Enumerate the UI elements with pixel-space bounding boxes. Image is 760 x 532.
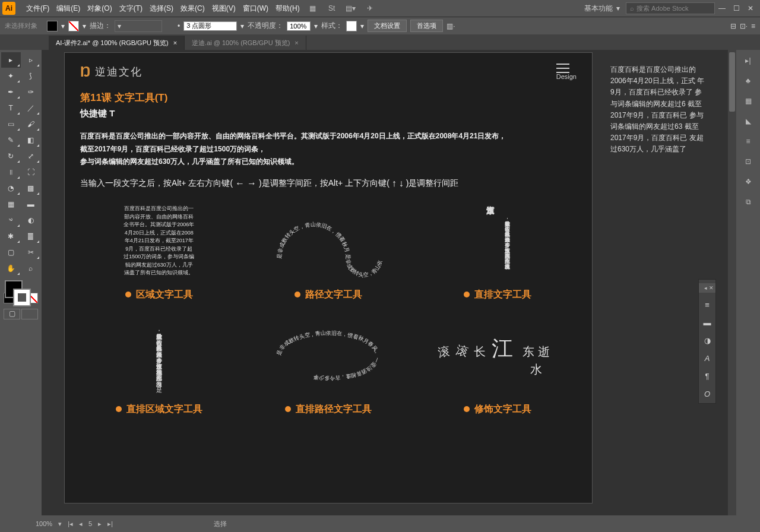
fill-swatch[interactable] <box>47 21 58 31</box>
shaper-tool[interactable]: ✎ <box>1 132 21 148</box>
shape-builder-tool[interactable]: ◔ <box>1 180 21 196</box>
panel-collapse-icon[interactable]: ◂ ✕ <box>699 283 715 293</box>
tab-close-2[interactable]: × <box>294 39 298 46</box>
nav-next-icon[interactable]: ▸ <box>98 520 102 528</box>
stroke-color[interactable] <box>13 289 31 306</box>
transform-icon[interactable]: ⊟ <box>730 22 736 30</box>
stroke-panel-icon[interactable]: ≡ <box>741 134 755 148</box>
hand-tool[interactable]: ✋ <box>1 261 21 276</box>
preferences-button[interactable]: 首选项 <box>410 20 443 32</box>
st-icon[interactable]: St <box>326 2 338 14</box>
screen-mode-row[interactable]: ▢ <box>1 309 40 319</box>
pen-tool[interactable]: ✒ <box>1 84 21 100</box>
opacity-input[interactable] <box>287 21 311 31</box>
window-close[interactable]: ✕ <box>743 2 758 14</box>
overflow-text: 百度百科是百度公司推出的 2006年4月20日上线，正式 年9月，百度百科已经收… <box>610 64 705 156</box>
swatches-icon[interactable]: ◣ <box>741 114 755 128</box>
align-icon[interactable]: ▥· <box>446 22 455 30</box>
curvature-tool[interactable]: ✑ <box>21 84 41 100</box>
symbol-tool[interactable]: ✱ <box>1 229 21 244</box>
mesh-tool[interactable]: ▦ <box>1 197 21 212</box>
page-number[interactable]: 5 <box>88 520 92 527</box>
tabs-icon[interactable]: ¶ <box>701 370 713 382</box>
brushes-icon[interactable]: ⊡ <box>741 154 755 169</box>
line-tool[interactable]: ／ <box>21 100 41 116</box>
width-tool[interactable]: ⫴ <box>1 164 21 180</box>
nav-first-icon[interactable]: |◂ <box>68 520 73 528</box>
eraser-tool[interactable]: ◧ <box>21 132 41 148</box>
menu-file[interactable]: 文件(F) <box>23 4 53 14</box>
menu-help[interactable]: 帮助(H) <box>272 4 303 14</box>
titlebar: Ai 文件(F) 编辑(E) 对象(O) 文字(T) 选择(S) 效果(C) 视… <box>0 0 760 17</box>
canvas[interactable]: Ŋ 逆迪文化 Design 第11课 文字工具(T) 快捷键 T 百度百科是百度… <box>42 50 736 515</box>
scale-tool[interactable]: ⤢ <box>21 148 41 164</box>
isolate-icon[interactable]: ⊡· <box>740 22 748 30</box>
zoom-tool[interactable]: ⌕ <box>21 261 41 276</box>
toolbox: ▸ ▹ ✦ ⟆ ✒ ✑ T ／ ▭ 🖌 ✎ ◧ ↻ ⤢ ⫴ ⛶ ◔ ▩ ▦ ▬ … <box>0 50 42 515</box>
workspace-switcher[interactable]: 基本功能▾ <box>578 4 626 14</box>
magic-wand-tool[interactable]: ✦ <box>1 68 21 84</box>
eyedropper-tool[interactable]: ༄ <box>1 213 21 228</box>
color-icon[interactable]: ▦ <box>741 94 755 108</box>
menu-edit[interactable]: 编辑(E) <box>53 4 84 14</box>
libraries-icon[interactable]: ♣ <box>741 74 755 88</box>
artboard-tool[interactable]: ▢ <box>1 245 21 260</box>
artboard: Ŋ 逆迪文化 Design 第11课 文字工具(T) 快捷键 T 百度百科是百度… <box>64 52 593 504</box>
opacity-label: 不透明度： <box>248 21 283 31</box>
menu-type[interactable]: 文字(T) <box>116 4 146 14</box>
panel-menu-icon[interactable]: ≡ <box>751 22 755 30</box>
svg-text:是非成败转头空，青山依旧在，惯看秋月 是非成败转头空，青山依: 是非成败转头空，青山依旧在，惯看秋月 是非成败转头空，青山依旧在 <box>269 200 383 278</box>
tab-close-1[interactable]: × <box>173 39 177 46</box>
nav-prev-icon[interactable]: ◂ <box>79 520 83 528</box>
br-icon[interactable]: ▦ <box>307 2 319 14</box>
floating-panel[interactable]: ◂ ✕ ≡ ▬ ◑ A ¶ O <box>698 279 716 404</box>
artboards-icon[interactable]: ⧉ <box>741 195 755 209</box>
menu-view[interactable]: 视图(V) <box>208 4 239 14</box>
vertical-scrollbar[interactable] <box>728 50 736 515</box>
hint-row: 当输入一段文字之后，按Alt+ 左右方向键( ← → )是调整字间距，按Alt+… <box>65 172 592 195</box>
color-wells[interactable] <box>1 279 40 308</box>
brush-tool[interactable]: 🖌 <box>21 116 41 132</box>
menu-object[interactable]: 对象(O) <box>84 4 115 14</box>
brush-preset[interactable] <box>183 21 237 31</box>
search-input[interactable]: ⌕ 搜索 Adobe Stock <box>626 2 715 14</box>
direct-selection-tool[interactable]: ▹ <box>21 52 41 68</box>
menu-window[interactable]: 窗口(W) <box>239 4 272 14</box>
opentype-icon[interactable]: ◑ <box>701 334 713 346</box>
arrange-icon[interactable]: ▤▾ <box>345 2 357 14</box>
nav-last-icon[interactable]: ▸| <box>107 520 113 528</box>
menu-select[interactable]: 选择(S) <box>146 4 177 14</box>
zoom-level[interactable]: 100% <box>36 520 52 527</box>
svg-text:是非成败转头空，青山依旧在，惯看秋月春风。一壶浊酒喜相逢，古: 是非成败转头空，青山依旧在，惯看秋月春风。一壶浊酒喜相逢，古今多少事 <box>276 330 381 381</box>
rotate-tool[interactable]: ↻ <box>1 148 21 164</box>
menu-effect[interactable]: 效果(C) <box>177 4 208 14</box>
graph-tool[interactable]: ䷀ <box>21 229 41 244</box>
gradient-tool[interactable]: ▬ <box>21 197 41 212</box>
type-tool[interactable]: T <box>1 100 21 116</box>
paragraph-icon[interactable]: ≡ <box>701 299 713 311</box>
vertical-area-sample: 是非成败转头空，青山依旧在，惯看秋月春风。一壶浊酒喜相逢，古今多少事，滚滚长江东… <box>100 314 218 397</box>
perspective-tool[interactable]: ▩ <box>21 180 41 196</box>
layers-icon[interactable]: ❖ <box>741 175 755 189</box>
styles-icon[interactable]: O <box>701 388 713 400</box>
tab-1[interactable]: AI-课件2.ai* @ 100% (RGB/GPU 预览)× <box>49 36 185 50</box>
style-swatch[interactable] <box>346 21 357 31</box>
tab-2[interactable]: 逆迪.ai @ 100% (RGB/GPU 预览)× <box>185 36 306 50</box>
logo: Ŋ 逆迪文化 <box>80 64 142 80</box>
doc-setup-button[interactable]: 文档设置 <box>368 20 407 32</box>
rectangle-tool[interactable]: ▭ <box>1 116 21 132</box>
properties-icon[interactable]: ▸| <box>741 53 755 68</box>
slice-tool[interactable]: ✂ <box>21 245 41 260</box>
window-maximize[interactable]: ☐ <box>729 2 743 14</box>
stroke-swatch[interactable] <box>68 21 79 31</box>
blend-tool[interactable]: ◐ <box>21 213 41 228</box>
glyphs-icon[interactable]: A <box>701 352 713 364</box>
lasso-tool[interactable]: ⟆ <box>21 68 41 84</box>
stroke-weight[interactable]: ▾ <box>115 20 162 32</box>
character-icon[interactable]: ▬ <box>701 316 713 328</box>
vertical-type-sample: 滚滚长江东逝水 是非成败转头空，青山依旧在，惯看秋月春风。一壶浊酒喜相逢，古今多… <box>438 200 557 283</box>
window-minimize[interactable]: — <box>715 2 729 14</box>
selection-tool[interactable]: ▸ <box>1 52 21 68</box>
free-transform-tool[interactable]: ⛶ <box>21 164 41 180</box>
publish-icon[interactable]: ✈ <box>364 2 376 14</box>
